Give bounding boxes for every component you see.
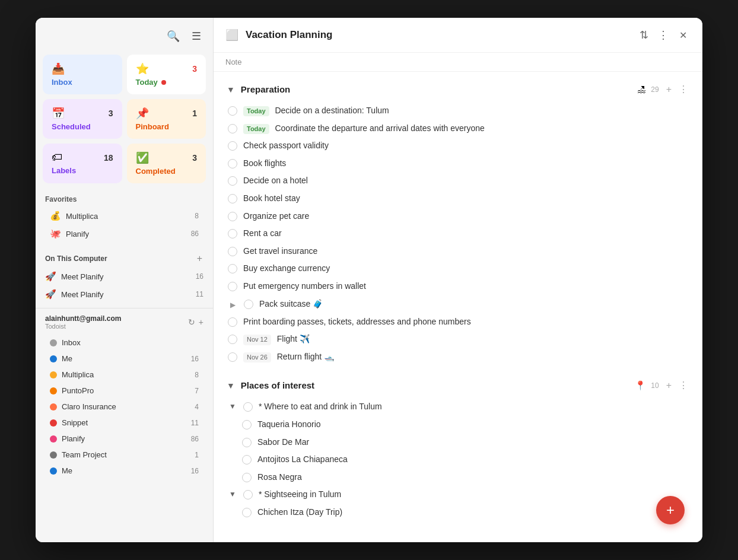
task-book-hotel[interactable]: Book hotel stay [225, 190, 691, 208]
task-checkbox-11[interactable] [228, 282, 237, 291]
task-checkbox-9[interactable] [228, 247, 237, 256]
task-pet-care[interactable]: Organize pet care [225, 208, 691, 225]
rocket-icon-2: 🚀 [45, 289, 56, 300]
task-checkbox-8[interactable] [228, 229, 237, 238]
account-header: alainhuntt@gmail.com Todoist ↻ + [45, 314, 203, 330]
task-checkbox-rosa[interactable] [242, 473, 252, 482]
task-text-2: Today Coordinate the departure and arriv… [243, 123, 485, 133]
sidebar-item-meet-planify-2[interactable]: 🚀 Meet Planify 11 [40, 285, 208, 303]
task-flight[interactable]: Nov 12 Flight ✈️ [225, 330, 691, 348]
preparation-more-button[interactable]: ⋮ [676, 82, 691, 96]
task-checkbox-15[interactable] [228, 352, 237, 362]
more-options-button[interactable]: ⋮ [656, 26, 671, 44]
favorites-title: Favorites [45, 195, 203, 203]
task-coordinate-dates[interactable]: Today Coordinate the departure and arriv… [225, 120, 691, 138]
task-content-14: Nov 12 Flight ✈️ [243, 333, 691, 345]
places-add-button[interactable]: + [664, 378, 674, 392]
task-decide-hotel[interactable]: Decide on a hotel [225, 172, 691, 190]
sidebar-item-snippet[interactable]: Snippet 11 [45, 415, 203, 431]
task-checkbox-7[interactable] [228, 212, 237, 221]
task-chichen-itza[interactable]: Chichen Itza (Day Trip) [225, 504, 691, 521]
snippet-label: Snippet [62, 418, 186, 427]
sidebar-item-me[interactable]: Me 16 [45, 351, 203, 367]
qa-inbox[interactable]: 📥 Inbox [43, 55, 122, 94]
places-more-button[interactable]: ⋮ [676, 378, 691, 392]
task-checkbox-13[interactable] [228, 317, 237, 327]
sidebar-item-planify-project[interactable]: Planify 86 [45, 431, 203, 447]
task-rent-car[interactable]: Rent a car [225, 225, 691, 243]
close-button[interactable]: ✕ [676, 27, 691, 43]
sightseeing-header-item[interactable]: ▼ * Sightseeing in Tulum [225, 486, 691, 504]
task-checkbox-antojitos[interactable] [242, 455, 252, 464]
task-return-flight[interactable]: Nov 26 Return flight 🛥️ [225, 348, 691, 366]
on-this-computer-add-button[interactable]: + [196, 252, 203, 265]
today-count: 3 [192, 64, 197, 74]
where-to-eat-collapse-button[interactable]: ▼ [228, 401, 237, 412]
sidebar-item-puntopro[interactable]: PuntoPro 7 [45, 383, 203, 399]
rosa-text: Rosa Negra [257, 472, 302, 482]
where-to-eat-header-item[interactable]: ▼ * Where to eat and drink in Tulum [225, 398, 691, 416]
rocket-icon-1: 🚀 [45, 271, 56, 282]
places-collapse-button[interactable]: ▼ [225, 380, 236, 392]
preparation-collapse-button[interactable]: ▼ [225, 84, 236, 96]
sidebar-item-multiplica-project[interactable]: Multiplica 8 [45, 367, 203, 383]
places-actions: + ⋮ [664, 378, 691, 392]
task-checkbox-chichen[interactable] [242, 508, 252, 517]
account-sync-button[interactable]: ↻ [188, 317, 195, 327]
task-checkbox-4[interactable] [228, 159, 237, 168]
task-print-boarding[interactable]: Print boarding passes, tickets, addresse… [225, 313, 691, 331]
task-checkbox-12[interactable] [244, 300, 253, 309]
qa-labels[interactable]: 🏷 18 Labels [43, 144, 122, 183]
task-checkbox-where-eat[interactable] [243, 402, 253, 412]
task-book-flights[interactable]: Book flights [225, 155, 691, 173]
sidebar-item-me2[interactable]: Me 16 [45, 463, 203, 479]
task-travel-insurance[interactable]: Get travel insurance [225, 243, 691, 260]
qa-scheduled[interactable]: 📅 3 Scheduled [43, 99, 122, 139]
task-sabor-de-mar[interactable]: Sabor De Mar [225, 434, 691, 451]
account-actions: ↻ + [188, 317, 203, 327]
task-checkbox-1[interactable] [228, 106, 237, 116]
qa-completed[interactable]: ✅ 3 Completed [127, 144, 206, 183]
task-checkbox-sightseeing[interactable] [243, 490, 253, 499]
sidebar-toggle-button[interactable]: ⬜ [225, 28, 238, 42]
qa-pinboard[interactable]: 📌 1 Pinboard [127, 99, 206, 139]
note-tab[interactable]: Note [214, 53, 702, 72]
places-emoji: 📍 [635, 380, 646, 391]
task-checkbox-6[interactable] [228, 194, 237, 203]
preparation-add-button[interactable]: + [664, 82, 674, 96]
pinboard-icon: 📌 [136, 107, 149, 120]
task-pack-suitcase[interactable]: ▶ Pack suitcase 🧳 [225, 295, 691, 313]
task-content-5: Decide on a hotel [243, 175, 691, 187]
task-checkbox-10[interactable] [228, 264, 237, 273]
sort-button[interactable]: ⇅ [637, 26, 651, 44]
qa-today[interactable]: ⭐ 3 Today [127, 55, 206, 94]
task-exchange-currency[interactable]: Buy exchange currency [225, 260, 691, 278]
sidebar-item-planify[interactable]: 🐙 Planify 86 [45, 225, 203, 243]
sidebar-item-claro[interactable]: Claro Insurance 4 [45, 399, 203, 415]
menu-button[interactable]: ☰ [189, 27, 203, 45]
task-checkbox-5[interactable] [228, 176, 237, 186]
task-checkbox-2[interactable] [228, 124, 237, 133]
pinboard-count: 1 [192, 109, 197, 118]
sidebar-item-team-project[interactable]: Team Project 1 [45, 447, 203, 463]
task-antojitos[interactable]: Antojitos La Chiapaneca [225, 451, 691, 469]
task-checkbox-3[interactable] [228, 141, 237, 151]
task-check-passport[interactable]: Check passport validity [225, 137, 691, 155]
planify-project-label: Planify [62, 434, 186, 443]
task-checkbox-taqueria[interactable] [242, 420, 252, 429]
task-emergency-numbers[interactable]: Put emergency numbers in wallet [225, 278, 691, 295]
task-checkbox-14[interactable] [228, 335, 237, 344]
task-taqueria[interactable]: Taqueria Honorio [225, 416, 691, 434]
task-checkbox-sabor[interactable] [242, 438, 252, 447]
task-rosa-negra[interactable]: Rosa Negra [225, 469, 691, 486]
puntopro-dot [50, 387, 57, 394]
pack-suitcase-expand-button[interactable]: ▶ [228, 300, 238, 310]
sidebar-item-inbox-project[interactable]: Inbox [45, 335, 203, 351]
search-button[interactable]: 🔍 [164, 27, 182, 45]
sidebar-item-meet-planify-1[interactable]: 🚀 Meet Planify 16 [40, 268, 208, 285]
add-task-fab[interactable]: + [656, 496, 685, 524]
sidebar-item-multiplica[interactable]: 💰 Multiplica 8 [45, 207, 203, 225]
account-add-button[interactable]: + [199, 317, 203, 327]
sightseeing-collapse-button[interactable]: ▼ [228, 489, 237, 499]
task-decide-destination[interactable]: Today Decide on a destination: Tulum [225, 102, 691, 120]
